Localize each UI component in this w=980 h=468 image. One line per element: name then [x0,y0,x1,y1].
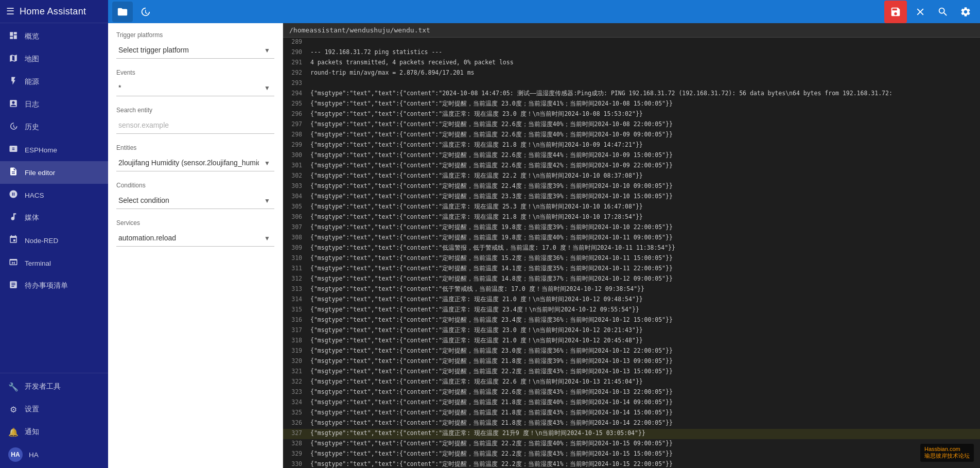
sidebar-item-map[interactable]: 地图 [0,48,108,71]
close-button[interactable] [910,2,931,22]
conditions-select[interactable]: Select condition [116,192,274,209]
search-entity-label: Search entity [116,107,274,114]
file-line: 325{"msgtype":"text","text":{"content":"… [283,408,980,419]
line-content: {"msgtype":"text","text":{"content":"低于警… [306,285,649,295]
sidebar-item-history[interactable]: 历史 [0,116,108,138]
line-content: {"msgtype":"text","text":{"content":"定时提… [306,398,677,408]
trigger-select[interactable]: Select trigger platform [116,42,274,59]
sidebar-item-esphome[interactable]: ESPHome [0,138,108,161]
line-number: 300 [283,151,306,161]
sidebar-developer-icon: 🔧 [8,382,19,392]
line-content: --- 192.168.31.72 ping statistics --- [306,48,446,58]
events-label: Events [116,69,274,76]
line-number: 315 [283,305,306,316]
search-button[interactable] [933,2,953,22]
line-content: {"msgtype":"text","text":{"content":"定时提… [306,182,677,192]
line-number: 301 [283,161,306,171]
file-line: 289 [283,38,980,48]
sidebar-log-label: 日志 [25,100,39,109]
line-number: 290 [283,48,306,58]
line-content: {"msgtype":"text","text":{"content":"定时提… [306,367,677,377]
file-line: 319{"msgtype":"text","text":{"content":"… [283,346,980,357]
file-line: 302{"msgtype":"text","text":{"content":"… [283,171,980,182]
file-line: 301{"msgtype":"text","text":{"content":"… [283,161,980,171]
line-content: {"msgtype":"text","text":{"content":"定时提… [306,274,677,285]
sidebar-notifications-label: 通知 [25,427,39,437]
file-line: 322{"msgtype":"text","text":{"content":"… [283,377,980,388]
file-content[interactable]: 289290--- 192.168.31.72 ping statistics … [283,38,980,468]
line-number: 320 [283,357,306,367]
file-line: 303{"msgtype":"text","text":{"content":"… [283,182,980,192]
sidebar-media-label: 媒体 [25,213,39,222]
sidebar-item-file-editor[interactable]: File editor [0,161,108,184]
line-number: 291 [283,58,306,68]
sidebar-history-icon [8,122,19,133]
line-number: 325 [283,408,306,419]
line-number: 299 [283,141,306,151]
sidebar-item-user[interactable]: HAHA [0,443,108,466]
services-select[interactable]: automation.reload [116,230,274,247]
sidebar-item-todo[interactable]: 待办事项清单 [0,274,108,297]
settings-topbar-button[interactable] [955,2,976,22]
sidebar-item-hacs[interactable]: HACS [0,184,108,206]
trigger-section: Trigger platforms Select trigger platfor… [116,31,274,59]
line-number: 321 [283,367,306,377]
line-content: {"msgtype":"text","text":{"content":"定时提… [306,346,677,357]
sidebar-user-label: HA [29,451,39,459]
sidebar-terminal-icon [8,257,19,269]
save-button[interactable] [884,1,907,23]
services-select-wrapper: automation.reload ▼ [116,230,274,247]
sidebar-history-label: 历史 [25,123,39,132]
sidebar-overview-icon [8,31,19,42]
line-number: 308 [283,233,306,244]
file-line: 326{"msgtype":"text","text":{"content":"… [283,419,980,429]
sidebar-item-log[interactable]: 日志 [0,93,108,116]
line-content: {"msgtype":"text","text":{"content":"定时提… [306,388,677,398]
history-button[interactable] [135,2,155,22]
line-number: 313 [283,285,306,295]
events-section: Events * ▼ [116,69,274,96]
sidebar-file-editor-label: File editor [25,169,55,177]
line-number: 292 [283,68,306,79]
line-number: 307 [283,223,306,233]
conditions-select-wrapper: Select condition ▼ [116,192,274,209]
line-number: 293 [283,79,306,89]
line-number: 318 [283,336,306,346]
entities-select[interactable]: 2loujifang Humidity (sensor.2loujifang_h… [116,154,274,171]
folder-button[interactable] [112,2,133,22]
file-line: 310{"msgtype":"text","text":{"content":"… [283,254,980,264]
line-content: {"msgtype":"text","text":{"content":"温度正… [306,305,643,316]
events-select[interactable]: * [116,79,274,96]
sidebar-item-node-red[interactable]: Node-RED [0,229,108,252]
sidebar-node-red-label: Node-RED [25,237,58,245]
file-line: 292round-trip min/avg/max = 2.878/6.894/… [283,68,980,79]
sidebar-item-settings[interactable]: ⚙设置 [0,398,108,421]
line-content: {"msgtype":"text","text":{"content":"定时提… [306,264,677,274]
line-number: 317 [283,326,306,336]
file-line: 294{"msgtype":"text","text":{"content":"… [283,89,980,99]
line-content: round-trip min/avg/max = 2.878/6.894/17.… [306,68,479,79]
line-number: 319 [283,346,306,357]
sidebar-item-media[interactable]: 媒体 [0,206,108,229]
search-entity-input[interactable] [116,117,274,134]
line-content: {"msgtype":"text","text":{"content":"定时提… [306,357,677,367]
line-number: 295 [283,99,306,110]
sidebar-item-terminal[interactable]: Terminal [0,252,108,274]
file-line: 328{"msgtype":"text","text":{"content":"… [283,439,980,449]
line-content: {"msgtype":"text","text":{"content":"低温警… [306,244,679,254]
sidebar-item-developer[interactable]: 🔧开发者工具 [0,375,108,398]
sidebar-todo-icon [8,280,19,291]
file-line: 320{"msgtype":"text","text":{"content":"… [283,357,980,367]
line-content: {"msgtype":"text","text":{"content":"温度正… [306,110,647,120]
sidebar-item-notifications[interactable]: 🔔通知 [0,421,108,443]
sidebar-footer: 🔧开发者工具⚙设置🔔通知HAHA [0,373,108,468]
hamburger-menu-icon[interactable]: ☰ [6,6,14,17]
sidebar-item-overview[interactable]: 概览 [0,25,108,48]
sidebar-item-energy[interactable]: 能源 [0,71,108,93]
line-content: {"msgtype":"text","text":{"content":"定时提… [306,151,677,161]
line-number: 328 [283,439,306,449]
topbar [108,0,980,23]
line-number: 327 [283,429,306,439]
line-number: 310 [283,254,306,264]
entities-section: Entities 2loujifang Humidity (sensor.2lo… [116,144,274,171]
